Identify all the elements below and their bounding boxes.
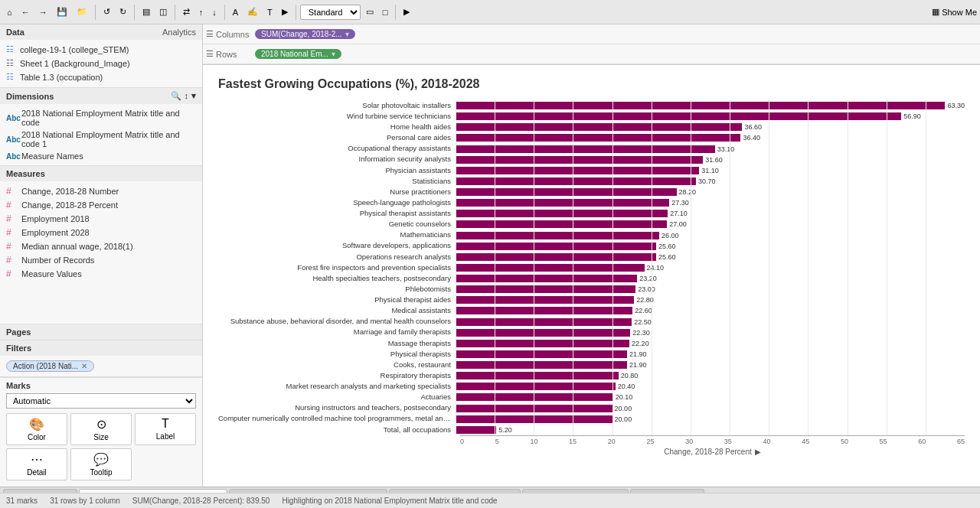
sort-icon[interactable]: ↕ <box>185 91 189 101</box>
forward-btn[interactable]: → <box>35 5 51 19</box>
datasource-table[interactable]: ☷ Table 1.3 (occupation) <box>0 70 202 84</box>
bar-row[interactable]: 24.10 <box>456 264 965 272</box>
bar-value: 5.20 <box>498 426 512 434</box>
measure-change-pct[interactable]: # Change, 2018-28 Percent <box>0 198 202 212</box>
bar-row[interactable]: 20.80 <box>456 372 965 379</box>
measure-values[interactable]: # Measure Values <box>0 267 202 281</box>
bar-row[interactable]: 25.60 <box>456 243 965 250</box>
columns-pill-close[interactable]: ▾ <box>345 30 349 38</box>
bar-row[interactable]: 26.00 <box>456 232 965 239</box>
rows-pill[interactable]: 2018 National Em... ▾ <box>255 49 341 59</box>
highlight-btn[interactable]: ✍ <box>243 5 262 19</box>
bar-row[interactable]: 27.10 <box>456 210 965 217</box>
bar-row[interactable]: 36.40 <box>456 134 965 142</box>
bar-row[interactable]: 20.40 <box>456 383 965 390</box>
dim-measure-names[interactable]: Abc Measure Names <box>0 150 202 162</box>
dim-matrix-title[interactable]: Abc 2018 National Employment Matrix titl… <box>0 107 202 129</box>
x-axis-label-text: Change, 2018-28 Percent <box>664 448 752 456</box>
save-btn[interactable]: 💾 <box>53 5 71 19</box>
bar-row[interactable]: 22.50 <box>456 318 965 326</box>
bar-row[interactable]: 31.10 <box>456 167 965 174</box>
measure-median-wage[interactable]: # Median annual wage, 2018(1) <box>0 239 202 253</box>
bar-row[interactable]: 33.10 <box>456 145 965 153</box>
trend-btn[interactable]: ▶ <box>278 5 292 19</box>
label-btn[interactable]: A <box>229 5 242 19</box>
bar-row[interactable]: 30.70 <box>456 177 965 185</box>
bar-row[interactable]: 22.60 <box>456 307 965 314</box>
action-filter-chip[interactable]: Action (2018 Nati... ✕ <box>6 360 94 372</box>
sort-asc-btn[interactable]: ↑ <box>195 5 207 19</box>
bar-row[interactable]: 27.00 <box>456 220 965 228</box>
marks-detail-btn[interactable]: ⋯ Detail <box>6 448 67 480</box>
bar-row[interactable]: 20.00 <box>456 405 965 412</box>
bar <box>456 220 667 228</box>
sort-axis-icon[interactable]: ▶ <box>755 448 761 456</box>
bar-value: 27.10 <box>670 210 688 217</box>
duplicate-btn[interactable]: ◫ <box>155 5 171 19</box>
bar-row[interactable]: 23.00 <box>456 285 965 293</box>
swap-btn[interactable]: ⇄ <box>179 5 194 19</box>
bar-row[interactable]: 5.20 <box>456 426 965 434</box>
bar-row[interactable]: 21.90 <box>456 361 965 369</box>
bar-row[interactable]: 28.20 <box>456 188 965 196</box>
marks-dropdown[interactable]: Automatic <box>6 393 196 409</box>
bar-row[interactable]: 36.60 <box>456 123 965 131</box>
filter-chip-close[interactable]: ✕ <box>81 362 87 370</box>
bar-row[interactable]: 21.90 <box>456 350 965 358</box>
rows-cols-info: 31 rows by 1 column <box>50 497 120 505</box>
measure-change-pct-label: Change, 2018-28 Percent <box>21 200 118 210</box>
filters-header: Filters <box>0 340 202 356</box>
marks-size-btn[interactable]: ⊙ Size <box>70 413 132 445</box>
bar-row[interactable]: 31.60 <box>456 156 965 164</box>
rows-pill-close[interactable]: ▾ <box>332 50 335 58</box>
bar-row[interactable]: 22.80 <box>456 296 965 304</box>
columns-pill[interactable]: SUM(Change, 2018-2... ▾ <box>255 29 355 39</box>
bar-row[interactable]: 25.60 <box>456 253 965 261</box>
marks-label-btn[interactable]: T Label <box>135 413 196 445</box>
bar-row[interactable]: 63.30 <box>456 102 965 109</box>
marks-color-btn[interactable]: 🎨 Color <box>6 413 67 445</box>
sort-desc-btn[interactable]: ↓ <box>208 5 220 19</box>
back-btn[interactable]: ← <box>18 5 34 19</box>
bar-label: Genetic counselors <box>218 220 451 228</box>
bar-row[interactable]: 20.10 <box>456 393 965 401</box>
measure-change-num[interactable]: # Change, 2018-28 Number <box>0 184 202 198</box>
search-icon[interactable]: 🔍 <box>171 91 181 101</box>
filters-content: Action (2018 Nati... ✕ <box>0 356 202 376</box>
present-btn[interactable]: ▶ <box>400 5 413 19</box>
show-me-button[interactable]: ▦ Show Me <box>932 7 977 17</box>
annotate-btn[interactable]: T <box>263 5 276 19</box>
bar-label: Substance abuse, behavioral disorder, an… <box>218 318 451 325</box>
measure-emp-2018[interactable]: # Employment 2018 <box>0 212 202 226</box>
marks-tooltip-btn[interactable]: 💬 Tooltip <box>70 448 132 480</box>
dim-matrix-title-1[interactable]: Abc 2018 National Employment Matrix titl… <box>0 129 202 150</box>
measure-num-records[interactable]: # Number of Records <box>0 253 202 267</box>
data-section-header[interactable]: Data Analytics <box>0 24 202 40</box>
new-ds-btn[interactable]: ▤ <box>139 5 154 19</box>
bar-row[interactable]: 20.00 <box>456 415 965 423</box>
bar-row[interactable]: 22.30 <box>456 329 965 337</box>
redo-btn[interactable]: ↻ <box>116 5 130 19</box>
home-btn[interactable]: ⌂ <box>3 5 16 19</box>
measure-emp-2018-label: Employment 2018 <box>21 214 90 223</box>
bar-row[interactable]: 56.90 <box>456 112 965 120</box>
fit-btn[interactable]: ▭ <box>362 5 377 19</box>
more-icon[interactable]: ▾ <box>191 91 196 101</box>
measure-emp-2028[interactable]: # Employment 2028 <box>0 226 202 239</box>
fix-btn[interactable]: □ <box>379 5 392 19</box>
bar-value: 27.00 <box>669 220 687 228</box>
bar-row[interactable]: 23.20 <box>456 275 965 282</box>
datasource-sheet[interactable]: ☷ Sheet 1 (Background_Image) <box>0 57 202 70</box>
bar-row[interactable]: 22.20 <box>456 340 965 347</box>
dimensions-header[interactable]: Dimensions 🔍 ↕ ▾ <box>0 88 202 104</box>
undo-btn[interactable]: ↺ <box>100 5 114 19</box>
bar-value: 30.70 <box>698 177 716 185</box>
bar-row[interactable]: 27.30 <box>456 199 965 207</box>
datasource-college[interactable]: ☷ college-19-1 (college_STEM) <box>0 43 202 57</box>
bar-value: 22.80 <box>636 296 654 304</box>
measures-header[interactable]: Measures <box>0 166 202 181</box>
open-btn[interactable]: 📁 <box>73 5 91 19</box>
bar-value: 23.20 <box>639 275 657 282</box>
standard-dropdown[interactable]: Standard <box>300 5 361 20</box>
bar-value: 31.60 <box>705 156 723 164</box>
